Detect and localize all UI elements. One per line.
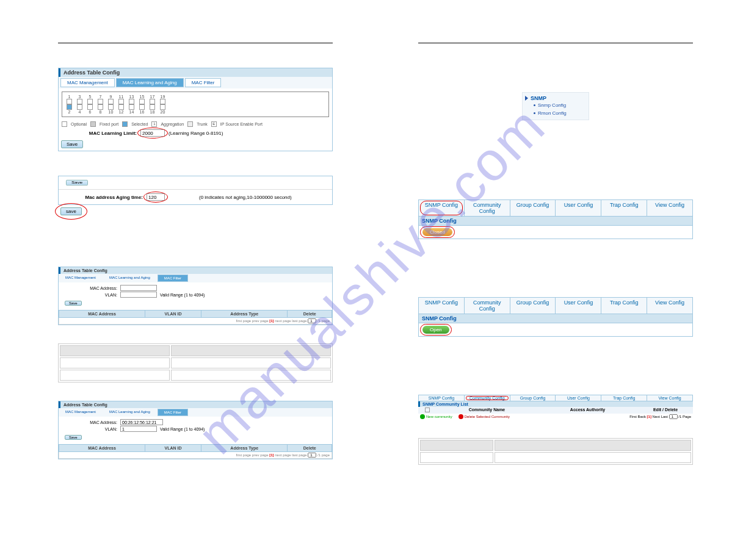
tabs: MAC Management MAC Learning and Aging MA… — [59, 77, 332, 88]
aging-label: Mac address Aging time: — [63, 195, 143, 200]
aging-hint: (0 indicates not aging,10-1000000 second… — [199, 195, 292, 200]
tab-mac-management[interactable]: MAC Management — [59, 275, 102, 282]
tab-view-config[interactable]: View Config — [647, 200, 692, 216]
panel-title: Address Table Config — [59, 267, 332, 274]
page-left: Address Table Config MAC Management MAC … — [58, 43, 333, 465]
plus-icon — [420, 414, 425, 419]
legend-trunk-icon — [187, 121, 193, 127]
vlan-hint: Valid Range (1 to 4094) — [160, 293, 205, 297]
port-legend: Optional Fixed port Selected Aggregation… — [59, 120, 332, 128]
legend-agg-icon — [151, 121, 157, 127]
legend-ip-icon — [211, 121, 217, 127]
port-chk[interactable] — [67, 99, 72, 104]
pager: first page prev page [1] next page last … — [59, 452, 332, 459]
tab-snmp-config[interactable]: SNMP Config — [419, 395, 465, 401]
divider — [418, 43, 693, 43]
tab-snmp-config[interactable]: SNMP Config — [419, 200, 465, 216]
tab-trap-config[interactable]: Trap Config — [601, 298, 647, 314]
mac-limit-hint: (Learning Range 0-8191) — [169, 131, 223, 136]
mac-addr-input[interactable] — [120, 285, 157, 291]
tab-community-config[interactable]: Community Config — [465, 200, 510, 216]
mac-limit-input[interactable] — [140, 129, 165, 137]
snmp-tabs: SNMP Config Community Config Group Confi… — [418, 297, 693, 314]
tab-view-config[interactable]: View Config — [647, 298, 692, 314]
vlan-label: VLAN: — [62, 427, 117, 431]
bullet-icon — [534, 112, 535, 114]
vlan-input[interactable] — [120, 426, 157, 432]
page-right: SNMP Snmp Config Rmon Config SNMP Config… — [418, 43, 693, 465]
tab-community-config[interactable]: Community Config — [465, 298, 510, 314]
property-table — [58, 343, 333, 382]
delete-selected-link[interactable]: Delete Selected Community — [458, 414, 510, 419]
port-chk-selected[interactable] — [67, 104, 72, 110]
snmp-nav: SNMP Snmp Config Rmon Config — [522, 92, 589, 120]
aging-input[interactable] — [147, 193, 165, 201]
mac-addr-label: MAC Address: — [62, 420, 117, 425]
page-input[interactable] — [308, 453, 316, 458]
tab-group-config[interactable]: Group Config — [510, 200, 556, 216]
tab-mac-filter[interactable]: MAC Filter — [185, 78, 222, 87]
chevron-right-icon — [525, 96, 528, 101]
mac-limit-row: MAC Learning Limit: (Learning Range 0-81… — [59, 128, 332, 138]
save-button-aging[interactable]: save — [60, 207, 82, 215]
vlan-label: VLAN: — [62, 293, 117, 297]
tab-group-config[interactable]: Group Config — [510, 395, 556, 401]
tab-mac-learning-aging[interactable]: MAC Learning and Aging — [116, 78, 184, 87]
nav-snmp-config[interactable]: Snmp Config — [534, 101, 586, 109]
legend-selected-icon — [122, 121, 128, 127]
select-all-chk[interactable] — [425, 407, 430, 412]
tab-mac-filter[interactable]: MAC Filter — [158, 275, 188, 282]
tab-trap-config[interactable]: Trap Config — [601, 200, 647, 216]
mac-addr-label: MAC Address: — [62, 286, 117, 290]
page-input[interactable] — [308, 318, 316, 323]
pager: first page prev page [1] next page last … — [59, 318, 332, 325]
tab-mac-management[interactable]: MAC Management — [59, 409, 102, 416]
tab-user-config[interactable]: User Config — [556, 298, 601, 314]
snmp-toggle-closed[interactable]: Closed — [422, 228, 452, 236]
tabs: MAC Management MAC Learning and Aging MA… — [59, 274, 332, 282]
vlan-input[interactable] — [120, 292, 157, 298]
bullet-icon — [534, 104, 535, 106]
mac-filter-table: MAC AddressVLAN IDAddress TypeDelete — [59, 444, 332, 452]
save-button-top[interactable]: Save — [66, 180, 88, 185]
tab-mac-learning-aging[interactable]: MAC Learning and Aging — [103, 275, 156, 282]
mac-filter-panel-filled: Address Table Config MAC Management MAC … — [58, 401, 333, 459]
snmp-toggle-open[interactable]: Open — [422, 326, 449, 334]
snmp-tabs: SNMP Config Community Config Group Confi… — [418, 395, 693, 401]
save-button[interactable]: Save — [65, 435, 82, 440]
mac-filter-table: MAC AddressVLAN IDAddress TypeDelete — [59, 310, 332, 318]
port-selector[interactable]: 135791113151719 2468101214161820 — [62, 92, 329, 117]
port-num-row: 135791113151719 — [65, 95, 326, 99]
tab-user-config[interactable]: User Config — [556, 200, 601, 216]
pager: First Back [1] Next Last /1 Page — [629, 414, 691, 419]
panel-title: Address Table Config — [59, 401, 332, 408]
divider — [58, 43, 333, 43]
snmp-tabs: SNMP Config Community Config Group Confi… — [418, 199, 693, 217]
tab-mac-learning-aging[interactable]: MAC Learning and Aging — [103, 409, 156, 416]
property-table — [418, 438, 693, 465]
minus-icon — [458, 414, 463, 419]
tab-view-config[interactable]: View Config — [647, 395, 692, 401]
legend-optional-icon — [62, 121, 67, 127]
nav-snmp[interactable]: SNMP — [525, 95, 586, 101]
tab-snmp-config[interactable]: SNMP Config — [419, 298, 465, 314]
mac-filter-panel: Address Table Config MAC Management MAC … — [58, 267, 333, 325]
tab-group-config[interactable]: Group Config — [510, 298, 556, 314]
tab-community-config[interactable]: Community Config — [465, 395, 510, 401]
save-button[interactable]: Save — [65, 301, 82, 306]
page-input[interactable] — [669, 414, 678, 419]
tab-trap-config[interactable]: Trap Config — [601, 395, 647, 401]
mac-limit-label: MAC Learning Limit: — [63, 131, 137, 136]
port-chk-row2 — [65, 104, 326, 110]
mac-addr-input[interactable] — [120, 419, 163, 425]
address-table-config-panel: Address Table Config MAC Management MAC … — [58, 68, 333, 151]
tab-user-config[interactable]: User Config — [556, 395, 601, 401]
nav-rmon-config[interactable]: Rmon Config — [534, 109, 586, 117]
snmp-sub-title: SNMP Config — [418, 314, 693, 323]
port-num-row2: 2468101214161820 — [65, 110, 326, 114]
save-button[interactable]: Save — [61, 140, 83, 148]
new-community-link[interactable]: New community — [420, 414, 452, 419]
tab-mac-filter[interactable]: MAC Filter — [158, 409, 188, 416]
community-header-row: Community Name Access Authority Edit / D… — [418, 407, 693, 414]
tab-mac-management[interactable]: MAC Management — [60, 78, 115, 87]
